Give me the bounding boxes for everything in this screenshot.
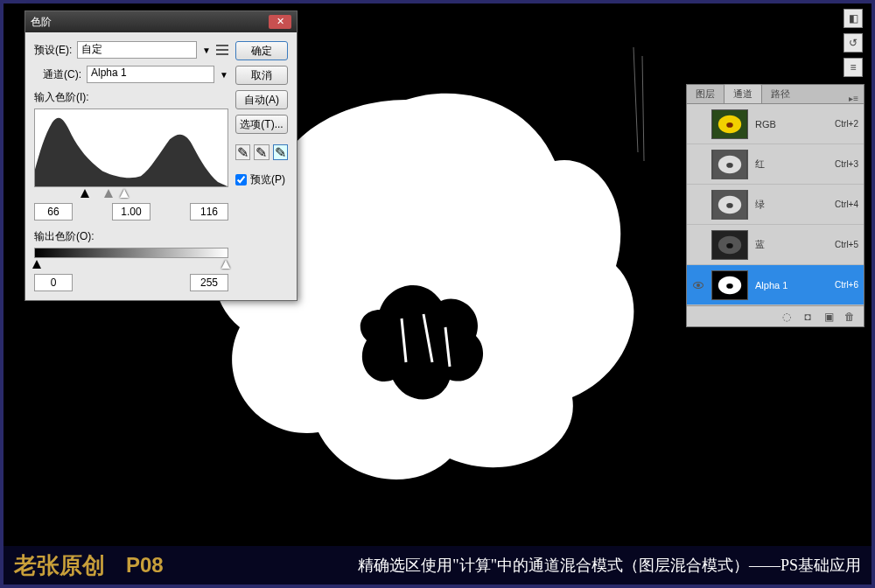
svg-point-14 bbox=[726, 243, 733, 248]
close-button[interactable]: ✕ bbox=[269, 15, 291, 29]
highlight-slider[interactable] bbox=[120, 189, 129, 198]
preview-checkbox[interactable]: 预览(P) bbox=[235, 172, 288, 187]
highlight-input[interactable] bbox=[190, 203, 228, 220]
svg-point-11 bbox=[726, 203, 733, 208]
channel-select[interactable]: Alpha 1 bbox=[87, 66, 214, 83]
channel-row-rgb[interactable]: RGBCtrl+2 bbox=[687, 104, 864, 144]
delete-channel-icon[interactable]: 🗑 bbox=[843, 310, 857, 324]
ok-button[interactable]: 确定 bbox=[235, 41, 288, 60]
options-button[interactable]: 选项(T)... bbox=[235, 115, 288, 134]
white-eyedropper-icon[interactable]: ✎ bbox=[273, 144, 288, 160]
out-white-slider[interactable] bbox=[221, 260, 230, 269]
save-selection-icon[interactable]: ◘ bbox=[801, 310, 815, 324]
actions-panel-icon[interactable]: ≡ bbox=[844, 58, 863, 77]
channel-shortcut: Ctrl+5 bbox=[835, 240, 858, 249]
panel-footer: ◌ ◘ ▣ 🗑 bbox=[687, 305, 864, 326]
visibility-toggle[interactable] bbox=[692, 239, 704, 251]
output-gradient bbox=[34, 248, 228, 258]
midtone-slider[interactable] bbox=[104, 189, 113, 198]
new-channel-icon[interactable]: ▣ bbox=[822, 310, 836, 324]
cancel-button[interactable]: 取消 bbox=[235, 66, 288, 85]
panel-menu-icon[interactable]: ▸≡ bbox=[844, 94, 864, 103]
channel-dropdown-icon[interactable]: ▼ bbox=[220, 70, 228, 80]
preview-label: 预览(P) bbox=[250, 172, 285, 187]
preview-checkbox-input[interactable] bbox=[235, 174, 247, 186]
preset-select[interactable]: 自定 bbox=[77, 41, 197, 59]
auto-button[interactable]: 自动(A) bbox=[235, 90, 288, 109]
channel-name: Alpha 1 bbox=[755, 280, 828, 290]
code-label: P08 bbox=[126, 553, 164, 578]
channel-name: RGB bbox=[755, 119, 828, 130]
channel-label: 通道(C): bbox=[43, 67, 81, 82]
load-selection-icon[interactable]: ◌ bbox=[780, 310, 794, 324]
channel-thumbnail bbox=[711, 150, 748, 179]
tab-paths[interactable]: 路径 bbox=[762, 85, 799, 103]
channel-row-绿[interactable]: 绿Ctrl+4 bbox=[687, 185, 864, 225]
channel-thumbnail bbox=[711, 270, 748, 300]
tab-channels[interactable]: 通道 bbox=[724, 84, 762, 103]
channel-shortcut: Ctrl+6 bbox=[835, 280, 858, 290]
author-label: 老张原创 bbox=[14, 550, 105, 581]
channel-shortcut: Ctrl+3 bbox=[835, 159, 858, 169]
description-label: 精确选区使用"计算"中的通道混合模式（图层混合模式）——PS基础应用 bbox=[358, 555, 861, 576]
channel-name: 绿 bbox=[755, 198, 828, 211]
visibility-toggle[interactable] bbox=[692, 118, 704, 130]
channel-shortcut: Ctrl+4 bbox=[835, 200, 858, 209]
visibility-toggle[interactable] bbox=[692, 279, 704, 291]
histogram bbox=[34, 108, 228, 187]
dialog-titlebar[interactable]: 色阶 ✕ bbox=[25, 11, 297, 32]
channel-row-蓝[interactable]: 蓝Ctrl+5 bbox=[687, 225, 864, 265]
channel-row-红[interactable]: 红Ctrl+3 bbox=[687, 144, 864, 185]
visibility-toggle[interactable] bbox=[692, 199, 704, 211]
svg-point-17 bbox=[726, 284, 733, 289]
app-frame: 色阶 ✕ 预设(E): 自定 ▼ 通道(C): Alpha 1 ▼ 输入色阶(I… bbox=[0, 0, 875, 588]
history-panel-icon[interactable]: ↺ bbox=[844, 33, 863, 52]
svg-point-5 bbox=[726, 122, 733, 128]
levels-dialog: 色阶 ✕ 预设(E): 自定 ▼ 通道(C): Alpha 1 ▼ 输入色阶(I… bbox=[24, 10, 298, 301]
channel-list: RGBCtrl+2红Ctrl+3绿Ctrl+4蓝Ctrl+5Alpha 1Ctr… bbox=[687, 104, 864, 305]
eyedropper-group: ✎ ✎ ✎ bbox=[235, 144, 288, 160]
shadow-slider[interactable] bbox=[80, 189, 89, 198]
input-levels-label: 输入色阶(I): bbox=[34, 90, 228, 105]
visibility-toggle[interactable] bbox=[692, 158, 704, 171]
preset-menu-icon[interactable] bbox=[216, 45, 228, 55]
histogram-panel-icon[interactable]: ◧ bbox=[844, 9, 863, 28]
output-slider[interactable] bbox=[34, 260, 228, 270]
out-white-input[interactable] bbox=[190, 274, 228, 291]
right-toolbar: ◧ ↺ ≡ bbox=[844, 9, 864, 77]
channel-shortcut: Ctrl+2 bbox=[835, 119, 858, 129]
shadow-input[interactable] bbox=[34, 203, 73, 220]
eye-icon bbox=[693, 282, 704, 289]
tab-layers[interactable]: 图层 bbox=[687, 85, 724, 103]
channel-name: 蓝 bbox=[755, 238, 828, 251]
channels-panel: 图层 通道 路径 ▸≡ RGBCtrl+2红Ctrl+3绿Ctrl+4蓝Ctrl… bbox=[686, 84, 864, 327]
caption-bar: 老张原创 P08 精确选区使用"计算"中的通道混合模式（图层混合模式）——PS基… bbox=[4, 546, 872, 584]
panel-tabs: 图层 通道 路径 ▸≡ bbox=[687, 85, 864, 104]
out-black-slider[interactable] bbox=[32, 260, 41, 269]
dialog-title: 色阶 bbox=[31, 15, 269, 30]
input-slider[interactable] bbox=[34, 189, 228, 200]
channel-thumbnail bbox=[711, 230, 748, 260]
channel-thumbnail bbox=[711, 109, 748, 139]
midtone-input[interactable] bbox=[112, 203, 150, 220]
svg-point-8 bbox=[726, 163, 733, 168]
out-black-input[interactable] bbox=[34, 274, 73, 291]
black-eyedropper-icon[interactable]: ✎ bbox=[235, 144, 250, 160]
channel-thumbnail bbox=[711, 190, 748, 220]
output-levels-label: 输出色阶(O): bbox=[34, 229, 228, 244]
gray-eyedropper-icon[interactable]: ✎ bbox=[254, 144, 269, 160]
channel-name: 红 bbox=[755, 158, 828, 171]
preset-dropdown-icon[interactable]: ▼ bbox=[202, 46, 211, 55]
channel-row-alpha1[interactable]: Alpha 1Ctrl+6 bbox=[687, 265, 864, 305]
preset-label: 预设(E): bbox=[34, 43, 72, 58]
